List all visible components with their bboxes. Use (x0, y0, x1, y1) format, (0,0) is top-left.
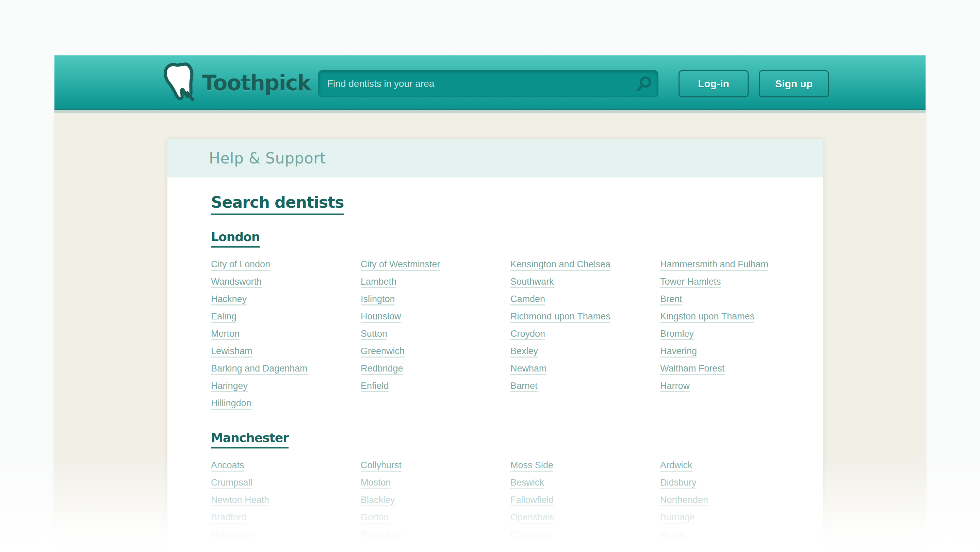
city-link[interactable]: Harrow (660, 381, 690, 392)
manchester-heading: Manchester (211, 432, 789, 448)
city-cell: Openshaw (511, 513, 660, 530)
city-link[interactable]: City of Westminster (361, 260, 440, 271)
city-link[interactable]: Hammersmith and Fulham (660, 260, 768, 271)
city-link[interactable]: Croydon (511, 329, 545, 340)
city-link[interactable]: Waltham Forest (660, 364, 725, 375)
city-link[interactable]: Northenden (660, 496, 708, 506)
city-cell: Bromley (660, 329, 810, 347)
city-link[interactable]: Wandsworth (211, 277, 262, 288)
city-link[interactable]: Moss Side (511, 461, 553, 472)
city-link[interactable]: Didsbury (660, 478, 697, 489)
city-cell: Ardwick (660, 461, 810, 478)
city-link[interactable]: Hackney (211, 295, 247, 305)
city-link[interactable]: Bexley (511, 347, 538, 357)
city-cell: Hillingdon (211, 399, 361, 416)
auth-buttons: Log-in Sign up (679, 70, 829, 97)
city-link[interactable]: Richmond upon Thames (511, 312, 611, 323)
city-link[interactable]: Collyhurst (361, 461, 401, 472)
city-link[interactable]: Sutton (361, 329, 387, 340)
city-cell: Hackney (211, 295, 361, 312)
search-dentists-link[interactable]: Search dentists (211, 195, 344, 215)
city-link[interactable]: Bromley (660, 329, 694, 340)
city-cell: Lewisham (211, 347, 361, 364)
city-link[interactable]: Lambeth (361, 277, 396, 288)
city-link[interactable]: Ardwick (660, 461, 692, 472)
city-cell: Burnage (660, 513, 810, 530)
city-link[interactable]: Crumpsall (211, 478, 253, 489)
manchester-city-grid: AncoatsCollyhurstMoss SideArdwickCrumpsa… (211, 461, 789, 552)
city-link[interactable]: Havering (660, 347, 697, 357)
city-link[interactable]: Rusholme (361, 530, 402, 541)
city-link[interactable]: Barnet (511, 381, 538, 392)
city-link[interactable]: Levenshulme (511, 547, 565, 552)
city-link[interactable]: Chorlton-cum-Hardy (361, 547, 443, 552)
city-cell: Blackley (361, 496, 511, 513)
city-link[interactable]: Barking and Dagenham (211, 364, 308, 375)
city-cell: Southwark (511, 277, 660, 295)
city-section-manchester: Manchester AncoatsCollyhurstMoss SideArd… (211, 432, 789, 552)
city-link[interactable]: Bradford (211, 513, 247, 524)
city-link[interactable]: Gorton (361, 513, 389, 524)
city-cell: Northenden (660, 496, 810, 513)
search-input[interactable] (318, 70, 659, 97)
city-link[interactable]: Redbridge (361, 364, 403, 375)
city-cell: Hulme (660, 530, 810, 547)
city-cell: Enfield (361, 381, 511, 399)
login-button[interactable]: Log-in (679, 70, 749, 97)
city-link[interactable]: Hillingdon (211, 399, 251, 410)
city-link[interactable]: Haringey (211, 381, 248, 392)
city-link[interactable]: Openshaw (511, 513, 554, 524)
city-link[interactable]: Blackley (361, 496, 395, 506)
brand[interactable]: Toothpick (163, 61, 311, 104)
city-cell: Newton Heath (211, 496, 361, 513)
city-link[interactable]: Enfield (361, 381, 389, 392)
city-link[interactable]: Merton (211, 329, 240, 340)
city-cell: Moston (361, 478, 511, 496)
london-link[interactable]: London (211, 231, 259, 247)
brand-name: Toothpick (202, 70, 311, 95)
city-cell: Croydon (511, 329, 660, 347)
city-cell: Moss Side (511, 461, 660, 478)
signup-button[interactable]: Sign up (759, 70, 829, 97)
city-link[interactable]: Southwark (511, 277, 554, 288)
city-cell: Brent (660, 295, 810, 312)
city-link[interactable]: Kingston upon Thames (660, 312, 754, 323)
city-link[interactable]: Ancoats (211, 461, 244, 472)
city-link[interactable]: Beswick (511, 478, 544, 489)
city-link[interactable]: Fallowfield (511, 496, 554, 506)
city-link[interactable]: Lewisham (211, 347, 253, 357)
city-link[interactable]: Newton Heath (211, 496, 269, 506)
header-shadow-band (54, 110, 926, 113)
city-cell: City of Westminster (361, 260, 511, 277)
city-link[interactable]: Hounslow (361, 312, 401, 323)
city-link[interactable]: Moston (361, 478, 391, 489)
city-link[interactable]: City of London (211, 260, 270, 271)
city-link[interactable]: Kensington and Chelsea (511, 260, 611, 271)
manchester-link[interactable]: Manchester (211, 432, 288, 448)
card-content: Search dentists London City of LondonCit… (167, 177, 823, 552)
city-link[interactable]: Tower Hamlets (660, 277, 721, 288)
city-link[interactable]: Harpurhey (211, 530, 254, 541)
city-link[interactable]: Greenwich (361, 347, 404, 357)
city-link[interactable]: Islington (361, 295, 395, 305)
city-cell: Gorton (361, 513, 511, 530)
city-link[interactable]: Whalley Range (660, 547, 722, 552)
city-cell: Camden (511, 295, 660, 312)
city-link[interactable]: Brent (660, 295, 682, 305)
city-link[interactable]: Ealing (211, 312, 237, 323)
city-link[interactable]: Camden (511, 295, 545, 305)
city-cell: Chorlton-cum-Hardy (361, 547, 511, 552)
city-link[interactable]: Newham (511, 364, 547, 375)
city-cell: Fallowfield (511, 496, 660, 513)
search-icon[interactable] (636, 76, 652, 92)
card-title: Help & Support (209, 150, 326, 167)
city-cell: City of London (211, 260, 361, 277)
city-link[interactable]: Victoria Park (211, 547, 263, 552)
city-cell: Sutton (361, 329, 511, 347)
city-link[interactable]: Burnage (660, 513, 695, 524)
city-cell: Hammersmith and Fulham (660, 260, 810, 277)
city-link[interactable]: Hulme (660, 530, 687, 541)
city-cell: Harrow (660, 381, 810, 399)
city-link[interactable]: Cheetham (511, 530, 553, 541)
city-section-london: London City of LondonCity of Westminster… (211, 231, 789, 416)
